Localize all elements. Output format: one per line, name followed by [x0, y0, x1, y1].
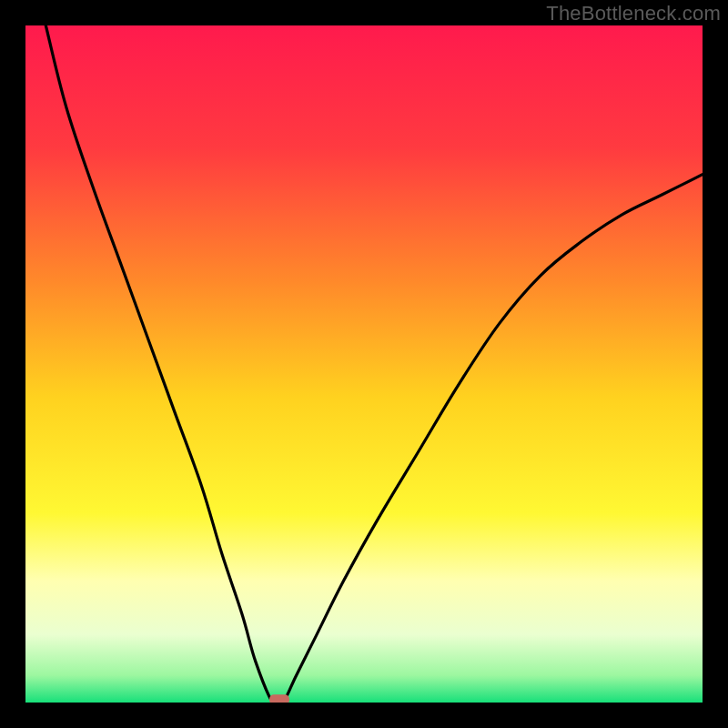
frame-strip: [0, 703, 728, 728]
attribution-text: TheBottleneck.com: [546, 2, 721, 25]
frame-strip: [703, 0, 728, 728]
chart-svg: [0, 0, 728, 728]
chart-frame: TheBottleneck.com: [0, 0, 728, 728]
frame-strip: [0, 0, 25, 728]
plot-background: [25, 25, 703, 703]
